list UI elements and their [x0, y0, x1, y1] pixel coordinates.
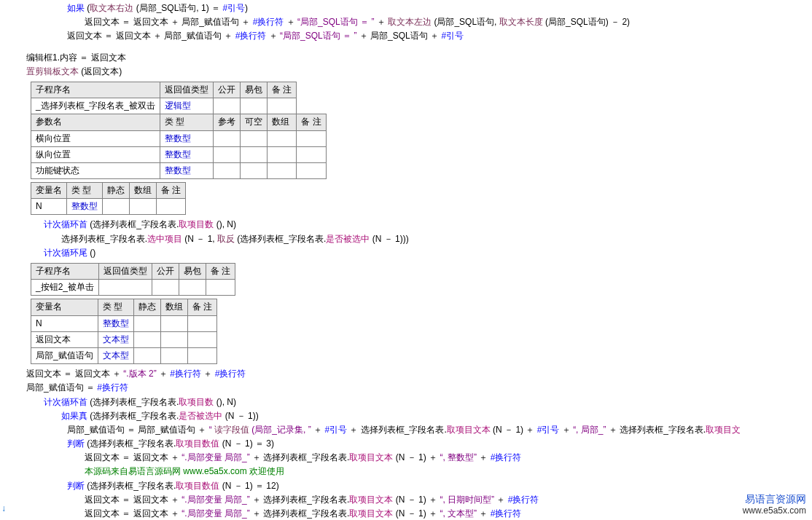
- code-line[interactable]: 返回文本 ＝ 返回文本 ＋ 局部_赋值语句 ＋ #换行符 ＋ “局部_SQL语句…: [67, 29, 812, 43]
- code-line[interactable]: 返回文本 ＝ 返回文本 ＋ “.局部变量 局部_” ＋ 选择列表框_字段名表.取…: [85, 493, 812, 507]
- code-line[interactable]: 返回文本 ＝ 返回文本 ＋ “.局部变量 局部_” ＋ 选择列表框_字段名表.取…: [85, 507, 812, 520]
- code-line[interactable]: 判断 (选择列表框_字段名表.取项目数值 (N － 1) ＝ 3): [67, 437, 812, 451]
- code-line[interactable]: 编辑框1.内容 ＝ 返回文本: [26, 51, 812, 65]
- code-line[interactable]: 计次循环尾 (): [44, 246, 812, 260]
- code-line[interactable]: 选择列表框_字段名表.选中项目 (N － 1, 取反 (选择列表框_字段名表.是…: [61, 232, 812, 246]
- code-line[interactable]: 计次循环首 (选择列表框_字段名表.取项目数 (), N): [44, 395, 812, 409]
- code-line[interactable]: 返回文本 ＝ 返回文本 ＋ “.局部变量 局部_” ＋ 选择列表框_字段名表.取…: [85, 451, 812, 465]
- table-cell[interactable]: _选择列表框_字段名表_被双击: [31, 98, 160, 114]
- code-line[interactable]: 局部_赋值语句 ＝ 局部_赋值语句 ＋ “ 读字段值 (局部_记录集, ” ＋ …: [67, 423, 812, 437]
- subroutine-table: 子程序名返回值类型公开易包备 注 _按钮2_被单击: [31, 263, 235, 296]
- code-line[interactable]: 返回文本 ＝ 返回文本 ＋ “.版本 2” ＋ #换行符 ＋ #换行符: [26, 367, 812, 381]
- variable-table: 变量名类 型静态数组备 注 N整数型 返回文本文本型 局部_赋值语句文本型: [31, 299, 217, 364]
- watermark: 易语言资源网 www.e5a5x.com: [743, 492, 806, 517]
- code-line[interactable]: 判断 (选择列表框_字段名表.取项目数值 (N － 1) ＝ 12): [67, 479, 812, 493]
- comment-line[interactable]: 本源码来自易语言源码网 www.e5a5x.com 欢迎使用: [85, 465, 812, 478]
- code-line[interactable]: 如果 (取文本右边 (局部_SQL语句, 1) ＝ #引号): [67, 1, 812, 15]
- code-line[interactable]: 计次循环首 (选择列表框_字段名表.取项目数 (), N): [44, 218, 812, 232]
- code-line[interactable]: 如果真 (选择列表框_字段名表.是否被选中 (N － 1)): [61, 409, 812, 423]
- subroutine-table: 子程序名返回值类型公开易包备 注 _选择列表框_字段名表_被双击逻辑型 参数名类…: [31, 82, 327, 179]
- code-line[interactable]: 局部_赋值语句 ＝ #换行符: [26, 381, 812, 395]
- variable-table: 变量名类 型静态数组备 注 N整数型: [31, 182, 186, 215]
- code-line[interactable]: 置剪辑板文本 (返回文本): [26, 65, 812, 79]
- code-line[interactable]: 返回文本 ＝ 返回文本 ＋ 局部_赋值语句 ＋ #换行符 ＋ “局部_SQL语句…: [85, 15, 812, 29]
- scroll-arrow-icon: ↓: [1, 502, 6, 516]
